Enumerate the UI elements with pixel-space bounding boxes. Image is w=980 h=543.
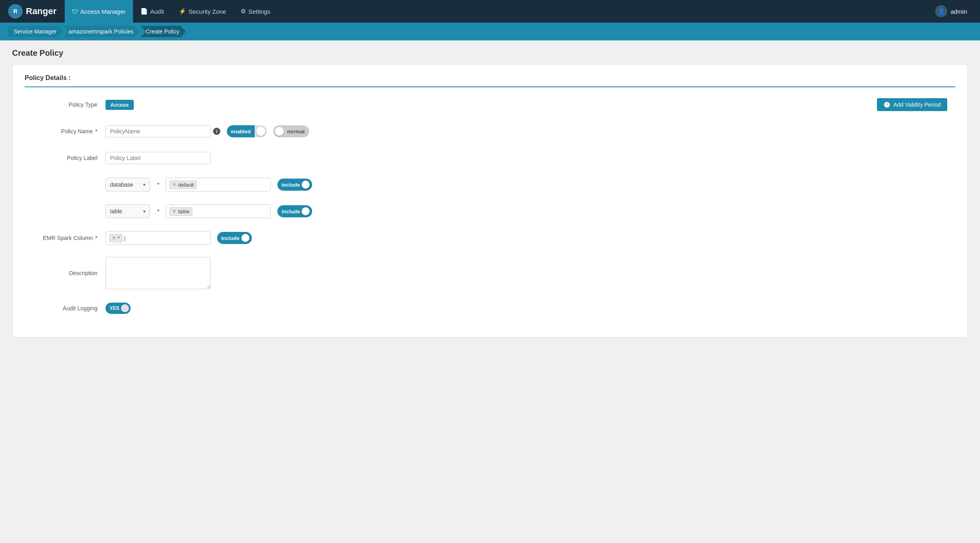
brand-name: Ranger (26, 6, 57, 17)
table-control: table ▼ * ✕ table include (106, 204, 955, 218)
breadcrumb: Service Manager amazonemrspark Policies … (0, 23, 980, 40)
table-include-label: include (281, 208, 300, 215)
table-tag-input[interactable]: ✕ table (166, 204, 271, 218)
database-chevron-down-icon: ▼ (141, 183, 148, 187)
description-row: Description (25, 257, 955, 289)
nav-access-manager-label: Access Manager (80, 8, 126, 15)
policy-label-label: Policy Label (25, 155, 106, 161)
user-avatar: 👤 (935, 5, 947, 17)
gear-icon: ⚙ (241, 8, 246, 15)
database-tag-default: ✕ default (169, 181, 196, 189)
audit-toggle-knob (121, 304, 129, 312)
brand-icon: R (8, 4, 23, 19)
policy-name-required: * (95, 128, 97, 135)
database-include-knob (302, 181, 310, 189)
emr-spark-include-toggle[interactable]: include (217, 232, 252, 244)
user-name: admin (950, 8, 967, 15)
policy-type-badge[interactable]: Access (106, 100, 134, 110)
brand[interactable]: R Ranger (8, 4, 57, 19)
enabled-label: enabled (227, 125, 255, 137)
nav-access-manager[interactable]: 🛡 Access Manager (65, 0, 133, 23)
table-required: * (157, 208, 159, 215)
table-include-toggle[interactable]: include (277, 205, 312, 217)
add-validity-button[interactable]: 🕐 Add Validity Period (877, 98, 947, 111)
database-row: database ▼ * ✕ default include (25, 177, 955, 192)
nav-audit[interactable]: 📄 Audit (133, 0, 171, 23)
database-tag-label: default (178, 182, 194, 188)
description-label: Description (25, 270, 106, 276)
emr-spark-include-knob (241, 234, 249, 242)
page-content: Create Policy Policy Details : Policy Ty… (0, 40, 980, 345)
audit-logging-row: Audit Logging YES (25, 301, 955, 316)
table-chevron-down-icon: ▼ (141, 209, 148, 214)
description-input[interactable] (106, 257, 211, 289)
breadcrumb-service-manager[interactable]: Service Manager (8, 26, 63, 37)
database-control: database ▼ * ✕ default include (106, 178, 955, 192)
emr-spark-label: EMR Spark Column * (25, 235, 106, 241)
nav-security-zone[interactable]: ⚡ Security Zone (171, 0, 234, 23)
enabled-toggle[interactable]: enabled (227, 125, 267, 137)
clock-icon: 🕐 (883, 101, 890, 108)
database-select[interactable]: database ▼ (106, 178, 150, 192)
table-tag-label: table (178, 208, 189, 215)
database-include-label: include (281, 182, 300, 188)
table-tag-table: ✕ table (169, 207, 192, 216)
policy-type-label: Policy Type (25, 101, 106, 108)
database-tag-remove[interactable]: ✕ (172, 182, 176, 187)
breadcrumb-policies[interactable]: amazonemrspark Policies (64, 26, 140, 37)
policy-label-input[interactable] (106, 152, 211, 164)
database-tag-input[interactable]: ✕ default (166, 178, 271, 192)
file-icon: 📄 (140, 8, 148, 15)
breadcrumb-create-policy[interactable]: Create Policy (141, 26, 186, 37)
audit-logging-toggle[interactable]: YES (106, 303, 131, 314)
policy-label-row: Policy Label (25, 150, 955, 166)
policy-name-control: i enabled normal (106, 125, 955, 137)
table-include-knob (302, 207, 310, 215)
emr-spark-control: ✕ * | include (106, 231, 955, 245)
nav-settings[interactable]: ⚙ Settings (233, 0, 277, 23)
yes-label: YES (110, 305, 121, 311)
database-select-label: database (110, 181, 141, 188)
emr-spark-tag-label: * (118, 235, 120, 241)
policy-name-row: Policy Name * i enabled normal (25, 124, 955, 139)
emr-spark-tag-input[interactable]: ✕ * | (106, 231, 211, 245)
lightning-icon: ⚡ (179, 8, 186, 15)
navbar: R Ranger 🛡 Access Manager 📄 Audit ⚡ Secu… (0, 0, 980, 23)
add-validity-label: Add Validity Period (893, 101, 941, 108)
user-menu[interactable]: 👤 admin (930, 5, 972, 17)
breadcrumb-service-manager-label: Service Manager (14, 28, 57, 35)
nav-audit-label: Audit (150, 8, 164, 15)
emr-spark-tag-remove[interactable]: ✕ (112, 235, 116, 241)
policy-label-control (106, 152, 955, 164)
nav-security-zone-label: Security Zone (189, 8, 226, 15)
description-control (106, 257, 955, 289)
table-tag-remove[interactable]: ✕ (172, 208, 176, 214)
breadcrumb-create-policy-label: Create Policy (146, 28, 179, 35)
policy-name-label: Policy Name * (25, 128, 106, 135)
emr-spark-row: EMR Spark Column * ✕ * | include (25, 230, 955, 246)
emr-spark-required: * (95, 235, 97, 241)
policy-card: Policy Details : Policy Type Access 🕐 Ad… (12, 64, 968, 337)
policy-name-input[interactable] (106, 125, 211, 137)
enabled-knob (256, 127, 265, 136)
database-include-toggle[interactable]: include (277, 179, 312, 191)
database-required: * (157, 181, 159, 188)
policy-type-row: Policy Type Access 🕐 Add Validity Period (25, 97, 955, 112)
nav-settings-label: Settings (248, 8, 270, 15)
section-title: Policy Details : (25, 74, 955, 87)
table-select-label: table (110, 208, 141, 215)
emr-spark-cursor: | (124, 235, 125, 241)
normal-label: normal (284, 128, 308, 135)
table-row: table ▼ * ✕ table include (25, 204, 955, 219)
audit-logging-label: Audit Logging (25, 305, 106, 311)
shield-icon: 🛡 (72, 8, 78, 15)
emr-spark-include-label: include (221, 235, 240, 241)
normal-knob (275, 127, 284, 136)
breadcrumb-policies-label: amazonemrspark Policies (69, 28, 133, 35)
normal-toggle[interactable]: normal (273, 125, 309, 137)
table-select[interactable]: table ▼ (106, 204, 150, 218)
info-icon[interactable]: i (213, 128, 220, 135)
audit-logging-control: YES (106, 303, 955, 314)
emr-spark-tag-star: ✕ * (109, 234, 122, 242)
policy-type-control: Access 🕐 Add Validity Period (106, 98, 955, 111)
